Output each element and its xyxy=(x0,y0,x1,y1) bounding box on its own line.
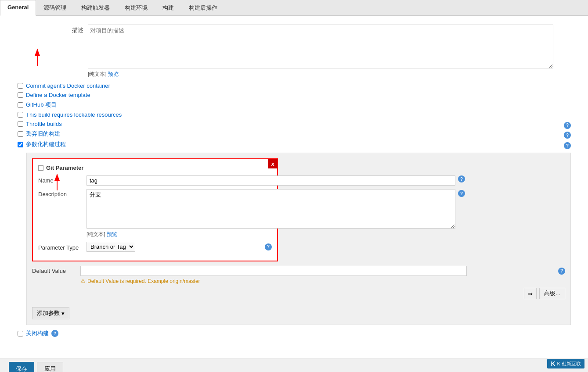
git-param-desc-textarea[interactable] xyxy=(87,189,455,229)
desc-help-icon[interactable]: ? xyxy=(458,190,465,197)
cb7-outer: 参数化构建过程 ? xyxy=(9,140,571,151)
description-row: 描述 [纯文本] 预览 xyxy=(9,25,579,78)
name-help-icon[interactable]: ? xyxy=(458,175,465,182)
warning-icon: ⚠ xyxy=(80,278,86,284)
tab-post-build[interactable]: 构建后操作 xyxy=(181,0,225,15)
move-button[interactable]: ⇒ xyxy=(524,288,537,299)
param-type-help-icon[interactable]: ? xyxy=(265,243,272,250)
watermark-text: K 创新互联 xyxy=(557,361,581,367)
add-param-label: 添加参数 xyxy=(37,309,60,317)
cb3-row: GitHub 项目 xyxy=(9,101,579,111)
bottom-buttons-bar: 保存 应用 xyxy=(0,358,588,372)
default-value-label: Default Value xyxy=(32,268,80,274)
cb1-checkbox-row: Commit agent's Docker container xyxy=(9,82,110,89)
tab-build-env[interactable]: 构建环境 xyxy=(117,0,155,15)
close-build-checkbox[interactable] xyxy=(18,331,23,336)
save-button[interactable]: 保存 xyxy=(9,362,34,372)
default-value-input[interactable] xyxy=(80,266,467,276)
cb5-checkbox-row: Throttle builds xyxy=(9,121,62,127)
git-param-desc-input-wrap: [纯文本] 预览 xyxy=(87,189,455,238)
git-desc-plain-text: [纯文本] xyxy=(87,231,105,237)
cb3-checkbox[interactable] xyxy=(18,102,23,108)
git-param-type-select[interactable]: Branch Tag Branch or Tag Revision xyxy=(87,242,135,252)
cb7-checkbox[interactable] xyxy=(18,142,23,147)
cb2-row: Define a Docker template xyxy=(9,92,579,101)
preview-link[interactable]: 预览 xyxy=(108,71,119,77)
cb7-checkbox-row: 参数化构建过程 xyxy=(9,140,66,148)
cb1-row: Commit agent's Docker container xyxy=(9,82,579,92)
git-param-name-label: Name xyxy=(38,175,87,184)
cb4-checkbox-row: This build requires lockable resources xyxy=(9,111,122,118)
cb6-label[interactable]: 丢弃旧的构建 xyxy=(26,130,60,138)
watermark-icon: K xyxy=(551,360,555,367)
cb4-label[interactable]: This build requires lockable resources xyxy=(26,111,122,118)
default-value-input-wrap xyxy=(80,266,556,276)
cb5-label[interactable]: Throttle builds xyxy=(26,121,62,127)
checkboxes-section: Commit agent's Docker container Define a… xyxy=(9,82,579,151)
cb6-checkbox[interactable] xyxy=(18,131,23,137)
git-param-type-row: Parameter Type Branch Tag Branch or Tag … xyxy=(38,242,272,252)
cb5-outer: Throttle builds ? xyxy=(9,121,571,130)
tab-bar: General 源码管理 构建触发器 构建环境 构建 构建后操作 xyxy=(0,0,588,16)
add-param-button[interactable]: 添加参数 ▾ xyxy=(32,307,69,319)
close-build-label[interactable]: 关闭构建 xyxy=(26,329,49,337)
watermark: K K 创新互联 xyxy=(547,359,584,368)
git-param-desc-preview: [纯文本] 预览 xyxy=(87,231,455,238)
description-label: 描述 xyxy=(9,25,88,34)
cb1-label[interactable]: Commit agent's Docker container xyxy=(26,82,110,89)
default-value-section: Default Value ? ⚠ Default Value is requi… xyxy=(32,266,565,284)
cb1-checkbox[interactable] xyxy=(18,83,23,89)
add-param-row: 添加参数 ▾ xyxy=(32,303,565,319)
default-value-warning: ⚠ Default Value is required. Example ori… xyxy=(80,278,565,284)
cb7-help-icon[interactable]: ? xyxy=(564,142,571,149)
parameterize-section: x Git Parameter Name ? Description [纯文本] xyxy=(26,153,571,325)
tab-build[interactable]: 构建 xyxy=(155,0,181,15)
cb5-checkbox[interactable] xyxy=(18,121,23,127)
cb4-row: This build requires lockable resources xyxy=(9,111,579,121)
cb2-checkbox[interactable] xyxy=(18,92,23,98)
cb2-checkbox-row: Define a Docker template xyxy=(9,92,90,98)
apply-button[interactable]: 应用 xyxy=(37,362,63,372)
cb7-label[interactable]: 参数化构建过程 xyxy=(26,140,66,148)
cb6-outer: 丢弃旧的构建 ? xyxy=(9,130,571,140)
cb3-label[interactable]: GitHub 项目 xyxy=(26,101,57,109)
close-build-row: 关闭构建 ? xyxy=(9,329,579,337)
cb4-checkbox[interactable] xyxy=(18,112,23,118)
git-param-desc-label: Description xyxy=(38,189,87,197)
close-build-help-icon[interactable]: ? xyxy=(51,330,58,337)
git-param-type-input-wrap: Branch Tag Branch or Tag Revision xyxy=(87,242,262,252)
add-param-dropdown-icon: ▾ xyxy=(61,310,65,317)
plain-text-label: [纯文本] xyxy=(88,71,107,77)
tab-build-triggers[interactable]: 构建触发器 xyxy=(74,0,117,15)
cb6-checkbox-row: 丢弃旧的构建 xyxy=(9,130,60,138)
advanced-button[interactable]: 高级... xyxy=(539,288,565,299)
git-param-desc-row: Description [纯文本] 预览 ? xyxy=(38,189,272,238)
git-param-name-input[interactable] xyxy=(87,175,455,186)
description-textarea[interactable] xyxy=(88,25,553,68)
cb6-help-icon[interactable]: ? xyxy=(564,132,571,139)
action-buttons: ⇒ 高级... xyxy=(32,288,565,299)
default-value-row: Default Value ? xyxy=(32,266,565,276)
default-value-help-icon[interactable]: ? xyxy=(558,268,565,275)
git-param-type-label: Parameter Type xyxy=(38,243,87,251)
main-content: 描述 [纯文本] 预览 Commit agent's Docker contai… xyxy=(0,16,588,358)
tab-source-mgmt[interactable]: 源码管理 xyxy=(36,0,74,15)
git-param-title: Git Parameter xyxy=(38,165,272,171)
git-param-name-input-wrap xyxy=(87,175,455,186)
git-param-name-row: Name ? xyxy=(38,175,272,186)
tab-general[interactable]: General xyxy=(0,0,36,16)
description-preview-links: [纯文本] 预览 xyxy=(88,71,579,78)
git-param-close-button[interactable]: x xyxy=(268,159,278,168)
description-content: [纯文本] 预览 xyxy=(88,25,579,78)
cb3-checkbox-row: GitHub 项目 xyxy=(9,101,57,109)
git-desc-preview-link[interactable]: 预览 xyxy=(107,231,117,237)
cb2-label[interactable]: Define a Docker template xyxy=(26,92,90,98)
cb5-help-icon[interactable]: ? xyxy=(564,122,571,129)
warning-message: Default Value is required. Example origi… xyxy=(87,278,200,284)
git-param-box: x Git Parameter Name ? Description [纯文本] xyxy=(32,158,278,261)
